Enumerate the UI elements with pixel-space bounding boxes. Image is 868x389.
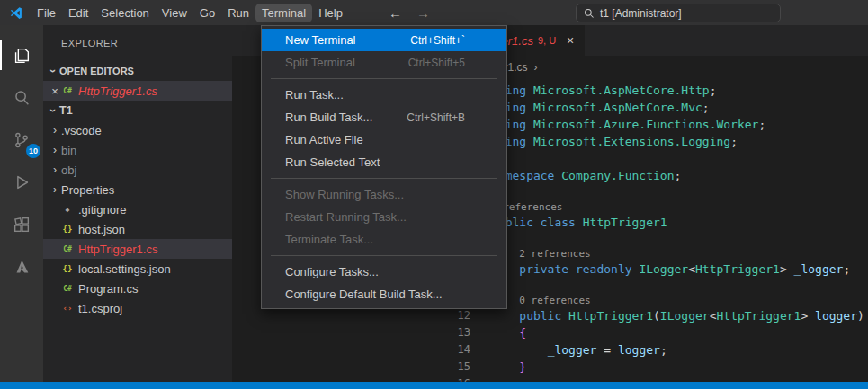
section-header-t1[interactable]: ›T1 (43, 101, 232, 120)
forward-arrow-icon[interactable]: → (416, 5, 430, 21)
codelens-row: 0 references (445, 295, 868, 307)
open-editor-item-httptrigger1-cs[interactable]: ×C#HttpTrigger1.cs (43, 81, 232, 101)
search-box-text: t1 [Administrator] (600, 7, 682, 20)
code-line[interactable]: 14 _logger = logger; (445, 341, 868, 358)
item-label: HttpTrigger1.cs (78, 243, 157, 256)
chevron-right-icon: › (49, 164, 61, 176)
close-icon[interactable]: × (563, 33, 577, 48)
code-content: using Microsoft.Azure.Functions.Worker; (478, 116, 765, 133)
item-label: .vscode (61, 124, 102, 137)
activity-azure-button[interactable] (0, 245, 43, 287)
code-line[interactable]: 2using Microsoft.AspNetCore.Mvc; (445, 99, 868, 116)
codelens-references[interactable]: 2 references (506, 248, 590, 261)
command-center-search[interactable]: t1 [Administrator] (576, 4, 781, 22)
tree-item-httptrigger1-cs[interactable]: C#HttpTrigger1.cs (43, 239, 232, 259)
line-number[interactable]: 14 (445, 341, 478, 358)
tree-item-gitignore[interactable]: ◆.gitignore (43, 199, 232, 219)
code-line[interactable]: 1using Microsoft.AspNetCore.Http; (445, 82, 868, 99)
code-line[interactable]: 7 (445, 184, 868, 201)
menubar-item-run[interactable]: Run (221, 4, 255, 22)
menu-item-show-running-tasks: Show Running Tasks... (262, 183, 506, 206)
section-header-open-editors[interactable]: ›OPEN EDITORS (43, 61, 232, 81)
nav-arrows: ← → (389, 5, 430, 21)
menu-item-configure-default-build-task[interactable]: Configure Default Build Task... (262, 283, 506, 305)
activity-explorer-button[interactable] (0, 34, 43, 76)
code-line[interactable]: 11 (445, 278, 868, 295)
json-icon: {} (61, 225, 74, 234)
close-icon[interactable]: × (49, 84, 61, 98)
menu-separator (271, 178, 497, 179)
menubar-item-help[interactable]: Help (312, 4, 349, 22)
code-area[interactable]: 1using Microsoft.AspNetCore.Http;2using … (445, 78, 868, 389)
menu-item-shortcut: Ctrl+Shift+5 (408, 57, 496, 69)
activity-extensions-button[interactable] (0, 203, 43, 245)
menu-item-configure-tasks[interactable]: Configure Tasks... (262, 261, 506, 283)
csharp-icon: C# (61, 87, 74, 95)
menu-item-label: Show Running Tasks... (285, 188, 404, 201)
item-label: .gitignore (78, 203, 126, 217)
tree-item-program-cs[interactable]: C#Program.cs (43, 278, 232, 298)
search-icon (584, 8, 595, 19)
code-content: { (478, 324, 526, 341)
code-content: public HttpTrigger1(ILogger<HttpTrigger1… (478, 307, 864, 324)
search-icon (12, 88, 31, 108)
menu-item-new-terminal[interactable]: New TerminalCtrl+Shift+` (262, 29, 506, 51)
code-line[interactable]: 6namespace Company.Function; (445, 167, 868, 184)
line-number[interactable]: 12 (445, 307, 478, 324)
code-content: namespace Company.Function; (478, 167, 681, 184)
editor-group: HttpTrigger1.cs 9, U × HttpTrigger1.cs ›… (445, 25, 868, 382)
menu-item-run-active-file[interactable]: Run Active File (262, 128, 506, 151)
menu-item-run-build-task[interactable]: Run Build Task...Ctrl+Shift+B (262, 106, 506, 128)
menubar-item-go[interactable]: Go (193, 4, 221, 22)
menubar-item-view[interactable]: View (156, 4, 193, 22)
activity-run-debug-button[interactable] (0, 161, 43, 203)
code-line[interactable]: 15 } (445, 358, 868, 376)
item-label: host.json (78, 223, 125, 236)
menubar: FileEditSelectionViewGoRunTerminalHelp (31, 0, 349, 25)
tree-item-vscode[interactable]: ›.vscode (43, 120, 232, 140)
code-line[interactable]: 8public class HttpTrigger1 (445, 214, 868, 231)
menubar-item-selection[interactable]: Selection (94, 4, 155, 22)
tree-item-properties[interactable]: ›Properties (43, 180, 232, 199)
sidebar-sections: ›OPEN EDITORS×C#HttpTrigger1.cs›T1›.vsco… (43, 61, 232, 318)
line-number[interactable]: 13 (445, 324, 478, 341)
code-line[interactable]: 9{ (445, 231, 868, 248)
code-line[interactable]: 3using Microsoft.Azure.Functions.Worker; (445, 116, 868, 133)
extensions-icon (12, 215, 31, 234)
tree-item-bin[interactable]: ›bin (43, 140, 232, 160)
chevron-right-icon: › (49, 183, 61, 196)
tree-item-host-json[interactable]: {}host.json (43, 219, 232, 239)
code-line[interactable]: 12 public HttpTrigger1(ILogger<HttpTrigg… (445, 307, 868, 324)
menubar-item-terminal[interactable]: Terminal (255, 4, 312, 22)
titlebar: FileEditSelectionViewGoRunTerminalHelp ←… (0, 0, 868, 25)
activity-search-button[interactable] (0, 76, 43, 119)
activity-source-control-button[interactable]: 10 (0, 119, 43, 161)
code-content: } (478, 358, 526, 376)
back-arrow-icon[interactable]: ← (389, 5, 402, 21)
tree-item-local-settings-json[interactable]: {}local.settings.json (43, 259, 232, 278)
section-label: T1 (59, 104, 73, 117)
menu-item-run-selected-text[interactable]: Run Selected Text (262, 151, 506, 173)
code-line[interactable]: 5 (445, 150, 868, 167)
line-number[interactable]: 15 (445, 358, 478, 376)
menubar-item-edit[interactable]: Edit (62, 4, 94, 22)
code-line[interactable]: 13 { (445, 324, 868, 341)
git-icon: ◆ (61, 206, 74, 214)
tree-item-obj[interactable]: ›obj (43, 160, 232, 180)
chevron-right-icon: › (49, 144, 61, 156)
item-label: HttpTrigger1.cs (78, 84, 157, 98)
menu-item-run-task[interactable]: Run Task... (262, 84, 506, 106)
code-line[interactable]: 4using Microsoft.Extensions.Logging; (445, 133, 868, 150)
vscode-window: FileEditSelectionViewGoRunTerminalHelp ←… (0, 0, 868, 389)
azure-icon (12, 257, 31, 277)
menu-item-label: Split Terminal (285, 56, 355, 69)
code-line[interactable]: 10 private readonly ILogger<HttpTrigger1… (445, 261, 868, 278)
codelens-references[interactable]: 0 references (506, 295, 590, 307)
menu-separator (271, 255, 497, 256)
json-icon: {} (61, 264, 74, 273)
menu-item-label: Run Build Task... (285, 111, 372, 124)
tree-item-t1-csproj[interactable]: ‹›t1.csproj (43, 298, 232, 318)
menubar-item-file[interactable]: File (31, 4, 62, 22)
codelens-row: 2 references (445, 248, 868, 261)
item-label: local.settings.json (78, 262, 171, 276)
